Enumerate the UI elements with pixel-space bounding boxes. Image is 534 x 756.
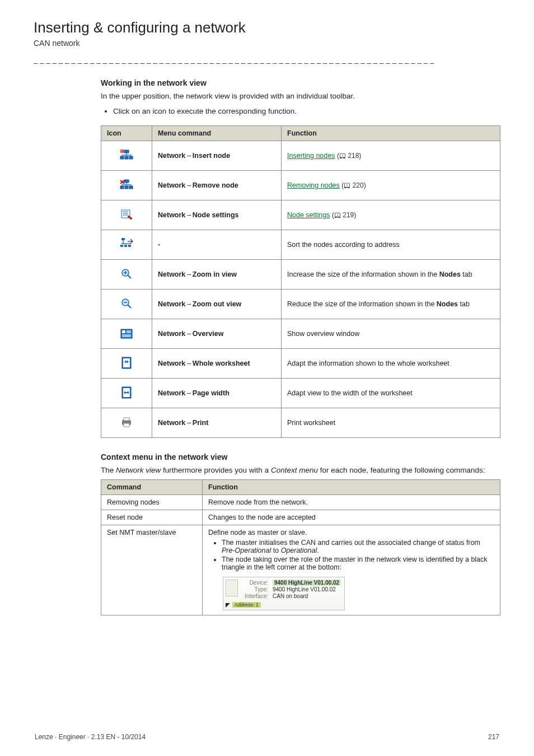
node-thumbnail	[226, 580, 238, 596]
node-settings-icon	[119, 208, 134, 221]
table-row: Network→Whole worksheet Adapt the inform…	[101, 348, 500, 378]
working-intro: In the upper position, the network view …	[101, 91, 500, 102]
menu-pre: Network	[158, 181, 185, 189]
whole-worksheet-icon	[119, 356, 134, 370]
arrow-icon: →	[185, 152, 193, 160]
working-bullet: Click on an icon to execute the correspo…	[113, 105, 500, 118]
function-link[interactable]: Inserting nodes	[287, 152, 335, 160]
zoom-out-icon	[119, 297, 134, 310]
svg-line-31	[128, 275, 132, 278]
arrow-icon: →	[185, 270, 193, 278]
page-title: Inserting & configuring a network	[34, 19, 500, 36]
ctx-line: Define node as master or slave.	[208, 529, 494, 536]
table-row: - Sort the nodes according to address	[101, 230, 500, 259]
table-row: Network→Page width Adapt view to the wid…	[101, 378, 500, 408]
table-row: Set NMT master/slave Define node as mast…	[101, 525, 500, 615]
page-subtitle: CAN network	[34, 39, 500, 48]
ctx-cmd: Removing nodes	[101, 495, 203, 510]
page-ref: (🕮 218)	[337, 152, 361, 160]
ctx-cmd: Reset node	[101, 510, 203, 525]
menu-pre: Network	[158, 270, 185, 278]
table-row: Reset node Changes to the node are accep…	[101, 510, 500, 525]
svg-rect-40	[123, 358, 130, 367]
menu-post: Node settings	[193, 211, 239, 219]
function-text: Adapt the information shown to the whole…	[282, 348, 500, 378]
ctx-func: Define node as master or slave. The mast…	[203, 525, 500, 615]
th-menu: Menu command	[152, 125, 282, 141]
ctx-bullet: The node taking over the role of the mas…	[222, 556, 494, 571]
menu-post: Whole worksheet	[193, 360, 250, 367]
th-function: Function	[203, 480, 500, 495]
arrow-icon: →	[185, 360, 193, 367]
function-text: Print worksheet	[282, 408, 500, 437]
table-row: Network→Zoom in view Increase the size o…	[101, 259, 500, 289]
sort-address-icon	[119, 237, 134, 251]
table-row: Network→Remove node Removing nodes (🕮 22…	[101, 170, 500, 200]
footer-left: Lenze · Engineer · 2.13 EN - 10/2014	[35, 733, 146, 741]
th-icon: Icon	[101, 125, 152, 141]
svg-rect-23	[121, 238, 125, 240]
menu-post: Remove node	[193, 181, 238, 189]
svg-rect-37	[127, 330, 131, 333]
menu-post: Insert node	[193, 152, 230, 160]
menu-pre: Network	[158, 389, 185, 397]
footer-page-number: 217	[488, 733, 499, 741]
svg-rect-45	[124, 423, 129, 427]
menu-pre: Network	[158, 360, 185, 367]
menu-post: Zoom in view	[193, 270, 237, 278]
table-row: Network→Overview Show overview window	[101, 319, 500, 348]
menu-pre: Network	[158, 300, 185, 308]
svg-rect-0	[124, 150, 129, 153]
svg-rect-5	[129, 156, 133, 159]
ctx-bullet: The master initialises the CAN and carri…	[222, 539, 494, 554]
function-text: Increase the size of the information sho…	[282, 259, 500, 289]
working-heading: Working in the network view	[101, 78, 500, 87]
arrow-icon: →	[185, 211, 193, 219]
arrow-icon: →	[185, 419, 193, 427]
table-row: Network→Zoom out view Reduce the size of…	[101, 289, 500, 319]
th-function: Function	[282, 125, 500, 141]
svg-rect-24	[120, 245, 123, 247]
table-row: Network→Print Print worksheet	[101, 408, 500, 437]
table-row: Network→Node settings Node settings (🕮 2…	[101, 200, 500, 230]
menu-post: Print	[193, 419, 208, 427]
context-intro: The Network view furthermore provides yo…	[101, 465, 500, 476]
ctx-func: Changes to the node are accepted	[203, 510, 500, 525]
insert-node-icon	[119, 148, 134, 162]
menu-pre: Network	[158, 330, 185, 338]
function-text: Show overview window	[282, 319, 500, 348]
svg-rect-3	[120, 156, 124, 159]
svg-rect-38	[122, 334, 131, 337]
overview-icon	[119, 327, 134, 340]
arrow-icon: →	[185, 181, 193, 189]
zoom-in-icon	[119, 267, 134, 281]
table-row: Removing nodes Remove node from the netw…	[101, 495, 500, 510]
menu-pre: Network	[158, 211, 185, 219]
page-ref: (🕮 220)	[341, 181, 366, 189]
arrow-icon: →	[185, 300, 193, 308]
icons-table: Icon Menu command Function	[101, 125, 500, 438]
context-heading: Context menu in the network view	[101, 452, 500, 461]
function-text: Adapt view to the width of the worksheet	[282, 378, 500, 408]
menu-post: Zoom out view	[193, 300, 242, 308]
page-width-icon	[119, 386, 134, 399]
ctx-cmd: Set NMT master/slave	[101, 525, 203, 615]
divider-dashes: _ _ _ _ _ _ _ _ _ _ _ _ _ _ _ _ _ _ _ _ …	[34, 55, 500, 64]
master-triangle-icon	[226, 603, 230, 608]
function-link[interactable]: Node settings	[287, 211, 330, 219]
svg-rect-9	[124, 180, 129, 183]
menu-pre: Network	[158, 419, 185, 427]
svg-line-34	[128, 305, 132, 308]
svg-rect-44	[124, 418, 129, 421]
function-link[interactable]: Removing nodes	[287, 181, 340, 189]
arrow-icon: →	[185, 330, 193, 338]
menu-pre: Network	[158, 152, 185, 160]
remove-node-icon	[119, 178, 134, 192]
ctx-func: Remove node from the network.	[203, 495, 500, 510]
function-text: Reduce the size of the information shown…	[282, 289, 500, 319]
svg-rect-14	[129, 186, 133, 189]
svg-rect-4	[125, 156, 128, 159]
table-row: Network→Insert node Inserting nodes (🕮 2…	[101, 141, 500, 170]
th-command: Command	[101, 480, 203, 495]
menu-plain: -	[152, 230, 282, 259]
